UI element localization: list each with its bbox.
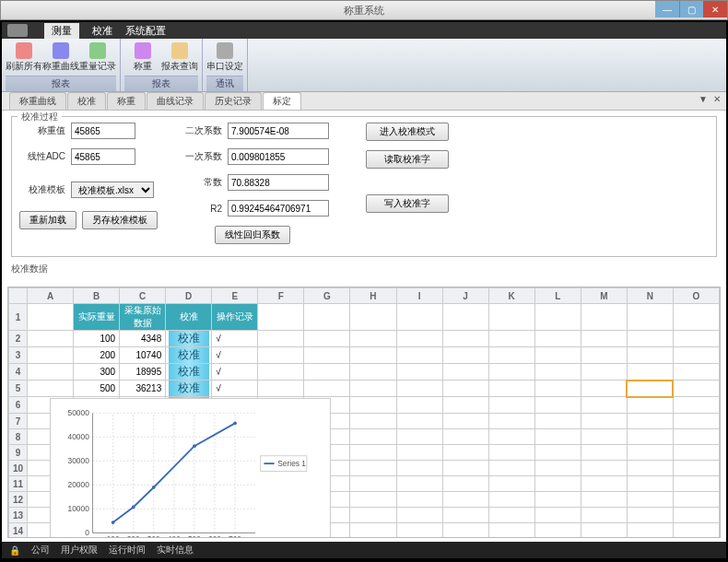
form-panel: 校准过程 称重值 线性ADC 校准模板校准模板.xlsx 重新加载另存校准模板 …: [2, 111, 726, 287]
title-bar: 称重系统 — ▢ ✕: [0, 0, 728, 20]
coef2-label: 二次系数: [176, 124, 222, 137]
document-icon: [89, 42, 106, 59]
coef2-input[interactable]: [228, 123, 329, 139]
svg-point-29: [132, 506, 135, 509]
adc-input[interactable]: [71, 148, 135, 165]
report-query-button[interactable]: 报表查询: [161, 41, 198, 76]
tab-calibrate[interactable]: 校准: [67, 92, 106, 110]
status-bar: 🔒 公司 用户权限 运行时间 实时信息: [2, 542, 726, 558]
ribbon-group-report-1: 报表: [6, 76, 116, 91]
lock-icon: 🔒: [9, 545, 20, 556]
maximize-button[interactable]: ▢: [679, 1, 703, 18]
r2-label: R2: [176, 204, 222, 214]
scale-icon: [135, 42, 151, 59]
menu-bar: 测量 校准 系统配置: [2, 22, 726, 39]
weight-record-button[interactable]: 重量记录: [79, 41, 116, 76]
calibration-process-fieldset: 校准过程 称重值 线性ADC 校准模板校准模板.xlsx 重新加载另存校准模板 …: [11, 116, 717, 257]
svg-text:30000: 30000: [68, 456, 90, 465]
close-button[interactable]: ✕: [703, 1, 727, 18]
svg-text:40000: 40000: [68, 432, 90, 441]
save-as-template-button[interactable]: 另存校准模板: [82, 211, 158, 229]
spreadsheet[interactable]: ABCDEFGHIJKLMNO1实际重量采集原始数据校准操作记录21004348…: [7, 287, 721, 538]
svg-point-28: [112, 521, 115, 524]
refresh-all-button[interactable]: 刷新所有: [6, 41, 42, 76]
svg-text:600: 600: [208, 534, 221, 538]
template-label: 校准模板: [19, 183, 65, 196]
menu-system-config[interactable]: 系统配置: [125, 24, 166, 38]
svg-text:400: 400: [168, 534, 181, 538]
const-input[interactable]: [228, 174, 329, 191]
template-select[interactable]: 校准模板.xlsx: [71, 181, 154, 198]
weight-input[interactable]: [71, 123, 135, 139]
calendar-icon: [171, 42, 188, 59]
ribbon-group-report-2: 报表: [124, 76, 198, 91]
tab-dropdown-icon[interactable]: ▼: [699, 94, 708, 104]
app-title: 称重系统: [344, 4, 384, 18]
weight-label: 称重值: [19, 124, 65, 137]
svg-text:700: 700: [229, 534, 241, 538]
tab-weigh-curve[interactable]: 称重曲线: [9, 92, 66, 110]
menu-calibrate[interactable]: 校准: [92, 24, 112, 38]
coef1-label: 一次系数: [176, 150, 222, 163]
tab-calibration-set[interactable]: 标定: [263, 92, 301, 110]
serial-settings-button[interactable]: 串口设定: [206, 41, 243, 76]
svg-point-30: [152, 486, 156, 489]
calibration-chart: 0100002000030000400005000010020030040050…: [50, 398, 331, 538]
enter-calibration-mode-button[interactable]: 进入校准模式: [366, 123, 449, 141]
gauge-icon: [53, 42, 69, 59]
svg-text:300: 300: [147, 534, 160, 538]
status-realtime[interactable]: 实时信息: [157, 544, 194, 556]
svg-text:100: 100: [107, 534, 120, 538]
app-icon: [7, 24, 28, 37]
svg-point-32: [233, 421, 237, 425]
r2-input[interactable]: [228, 200, 329, 217]
weigh-button[interactable]: 称重: [124, 41, 161, 76]
tab-weigh[interactable]: 称重: [107, 92, 146, 110]
svg-text:500: 500: [188, 534, 201, 538]
svg-text:50000: 50000: [68, 408, 90, 417]
svg-text:20000: 20000: [68, 480, 90, 489]
read-calibration-button[interactable]: 读取校准字: [366, 150, 449, 169]
tab-history[interactable]: 历史记录: [205, 92, 262, 110]
svg-point-31: [193, 444, 196, 448]
status-company[interactable]: 公司: [31, 544, 50, 556]
weigh-curve-button[interactable]: 称重曲线: [42, 41, 79, 76]
linear-regression-button[interactable]: 线性回归系数: [215, 226, 290, 244]
ribbon-group-comm: 通讯: [206, 76, 243, 91]
tab-curve-record[interactable]: 曲线记录: [147, 92, 204, 110]
calibration-data-legend: 校准数据: [11, 263, 48, 274]
svg-text:Series 1: Series 1: [277, 459, 306, 468]
status-permissions[interactable]: 用户权限: [61, 544, 98, 556]
svg-text:0: 0: [85, 528, 89, 537]
const-label: 常数: [176, 176, 222, 189]
tab-bar: 称重曲线 校准 称重 曲线记录 历史记录 标定 ▼ ✕: [2, 92, 726, 111]
ribbon: 刷新所有 称重曲线 重量记录 报表 称重 报表查询 报表 串口设定 通讯: [2, 39, 726, 92]
adc-label: 线性ADC: [19, 150, 65, 163]
minimize-button[interactable]: —: [655, 1, 679, 18]
tab-close-icon[interactable]: ✕: [713, 94, 721, 104]
window-controls: — ▢ ✕: [655, 1, 727, 18]
svg-text:10000: 10000: [68, 504, 90, 513]
status-runtime[interactable]: 运行时间: [109, 544, 146, 556]
main-window: 测量 校准 系统配置 刷新所有 称重曲线 重量记录 报表 称重 报表查询 报表 …: [0, 20, 728, 560]
write-calibration-button[interactable]: 写入校准字: [366, 194, 449, 213]
svg-text:200: 200: [127, 534, 140, 538]
refresh-icon: [16, 42, 32, 59]
coef1-input[interactable]: [228, 148, 329, 165]
calibration-data-label-wrap: 校准数据: [11, 263, 717, 275]
line-chart: 0100002000030000400005000010020030040050…: [56, 404, 324, 538]
reload-button[interactable]: 重新加载: [19, 211, 76, 229]
fieldset-legend-process: 校准过程: [18, 111, 62, 123]
menu-measure[interactable]: 测量: [44, 23, 79, 39]
gear-icon: [217, 42, 233, 59]
